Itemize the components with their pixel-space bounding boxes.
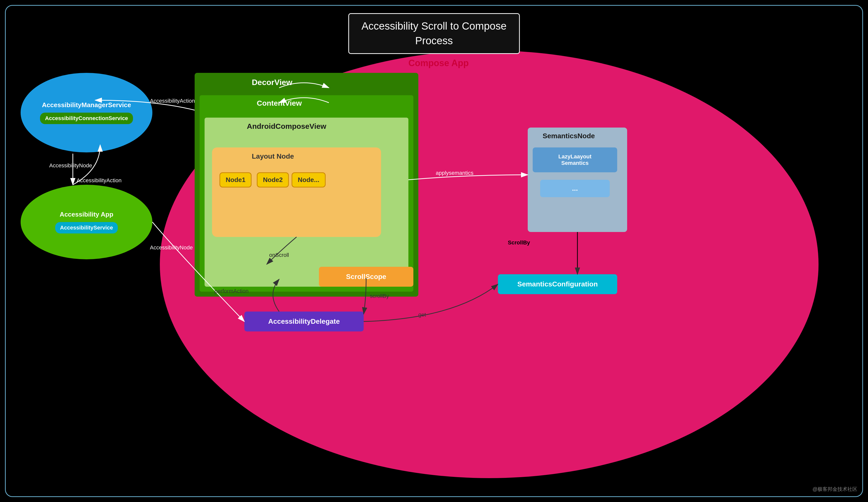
label-accessibility-node-1: AccessibilityNode [49,162,92,169]
watermark: @极客邦金技术社区 [813,486,857,493]
compose-app-label: Compose App [409,58,469,68]
label-accessibility-action-1: AccessibilityAction [150,98,195,104]
node2-label: Node2 [263,176,283,184]
label-perform-action: performAction [215,288,249,294]
label-accessibility-node-2: AccessibilityNode [150,244,193,251]
content-view-label: ContentView [257,99,302,107]
semantics-config-label: SemanticsConfiguration [517,280,598,288]
as-box: AccessibilityService [55,222,118,234]
label-apply-semantics: applysemantics [436,170,474,176]
label-scroll-by: ScrollBy [508,239,530,246]
dots-label: ... [572,184,578,193]
a11y-delegate-box: AccessibilityDelegate [244,311,364,331]
ams-label: AccessibilityManagerService [42,101,131,109]
layout-node-label: Layout Node [252,152,294,160]
semantics-node-label: SemanticsNode [542,132,595,140]
scroll-scope-box: ScrollScope [319,267,413,287]
title-line2: Process [361,33,507,48]
title-box: Accessibility Scroll to Compose Process [348,13,520,54]
acs-label: AccessibilityConnectionService [45,115,128,121]
lazy-box: LazyLaayoutSemantics [533,147,617,172]
node1-label: Node1 [226,176,245,184]
lazy-label: LazyLaayoutSemantics [558,153,591,166]
main-container: Accessibility Scroll to Compose Process … [5,5,863,497]
as-label: AccessibilityService [60,225,113,231]
label-on-scroll: onScroll [269,252,289,258]
decor-view-label: DecorView [252,78,292,87]
label-get: get [418,311,426,318]
a11y-delegate-label: AccessibilityDelegate [268,318,340,326]
label-accessibility-action-2: AccessibilityAction [76,177,122,184]
node1-box: Node1 [219,172,251,187]
layout-node-rect [212,147,381,237]
aa-label: Accessibility App [60,211,113,218]
node3-label: Node... [298,176,319,184]
dots-box: ... [540,180,610,197]
node2-box: Node2 [257,172,289,187]
acv-label: AndroidComposeView [247,122,326,131]
node3-box: Node... [291,172,326,187]
title-line1: Accessibility Scroll to Compose [361,19,507,33]
acs-box: AccessibilityConnectionService [40,113,133,124]
aa-ellipse: Accessibility App AccessibilityService [21,185,152,259]
label-scroll-by2: scrollBy [370,293,389,299]
semantics-config-box: SemanticsConfiguration [498,274,617,294]
ams-ellipse: AccessibilityManagerService Accessibilit… [21,73,152,152]
scroll-scope-label: ScrollScope [346,273,386,281]
